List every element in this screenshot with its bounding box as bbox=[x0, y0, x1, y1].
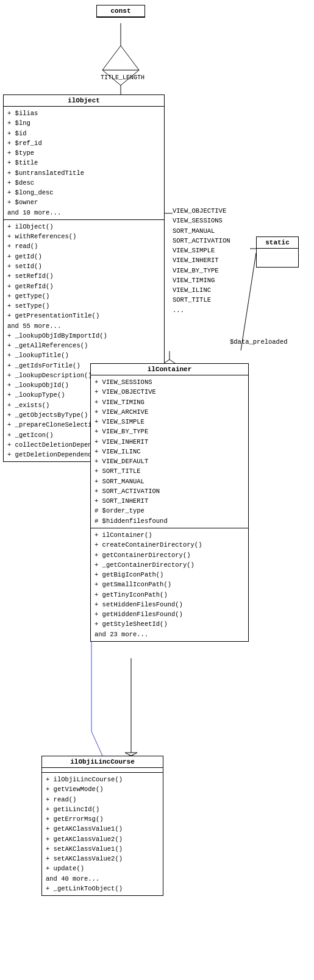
ilcontainer-box: ilContainer + VIEW_SESSIONS + VIEW_OBJEC… bbox=[90, 363, 249, 642]
static-header: static bbox=[257, 237, 298, 249]
ilcontainer-constants: + VIEW_SESSIONS + VIEW_OBJECTIVE + VIEW_… bbox=[91, 375, 248, 528]
constants-label: VIEW_OBJECTIVE VIEW_SESSIONS SORT_MANUAL… bbox=[173, 206, 230, 315]
ilcontainer-header: ilContainer bbox=[91, 364, 248, 375]
svg-line-1 bbox=[102, 46, 121, 70]
ilobjlinccourse-header: ilObjiLincCourse bbox=[42, 756, 163, 768]
svg-line-4 bbox=[102, 70, 121, 85]
static-content bbox=[257, 249, 298, 267]
static-box: static bbox=[256, 236, 299, 268]
ilobjlinccourse-box: ilObjiLincCourse + ilObjiLincCourse() + … bbox=[41, 756, 163, 896]
ilcontainer-methods: + ilContainer() + createContainerDirecto… bbox=[91, 528, 248, 641]
const-box: const bbox=[96, 5, 145, 18]
svg-line-22 bbox=[91, 731, 102, 756]
ilobjlinccourse-methods: + ilObjiLincCourse() + getViewMode() + r… bbox=[42, 773, 163, 895]
diagram-container: TITLE_LENGTH bbox=[0, 0, 314, 980]
ilobjlinccourse-attrs bbox=[42, 768, 163, 773]
svg-line-5 bbox=[121, 70, 139, 85]
ilobject-header: ilObject bbox=[4, 95, 164, 107]
data-preloaded-label: $data_preloaded bbox=[230, 338, 288, 346]
ilobject-attributes: + $ilias + $lng + $id + $ref_id + $type … bbox=[4, 107, 164, 220]
svg-line-14 bbox=[241, 253, 256, 350]
svg-text:TITLE_LENGTH: TITLE_LENGTH bbox=[101, 74, 145, 81]
svg-line-2 bbox=[121, 46, 139, 70]
const-header: const bbox=[97, 5, 145, 17]
